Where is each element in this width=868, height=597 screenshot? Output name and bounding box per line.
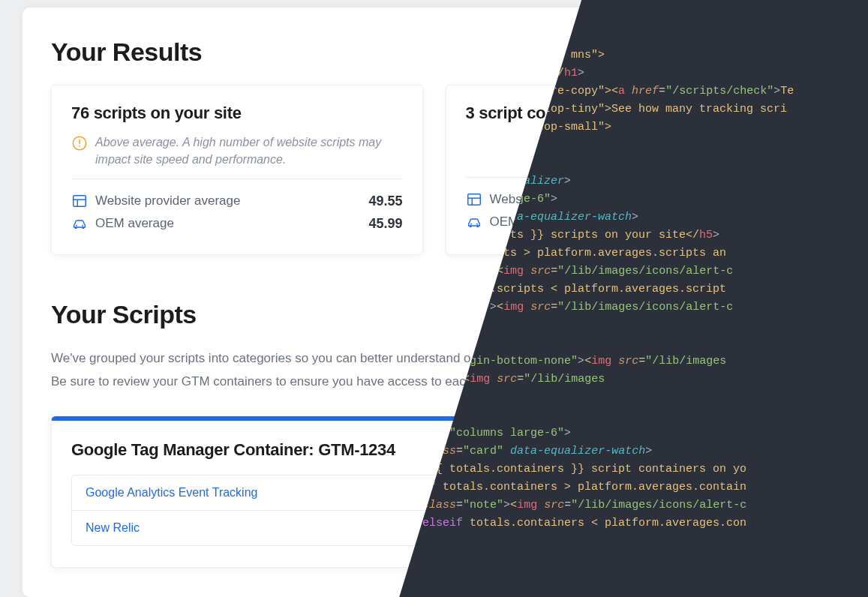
- avg-value: 45.99: [368, 216, 402, 232]
- desc-line-1: We've grouped your scripts into categori…: [51, 351, 471, 365]
- car-icon: [71, 215, 88, 232]
- script-link[interactable]: New Relic: [86, 521, 140, 534]
- svg-rect-8: [467, 194, 480, 206]
- svg-rect-3: [74, 196, 86, 207]
- layout-icon: [71, 193, 88, 209]
- layout-icon: [466, 191, 482, 208]
- svg-point-11: [470, 224, 471, 225]
- avg-value: 49.55: [368, 194, 402, 209]
- svg-rect-1: [79, 140, 80, 144]
- svg-point-12: [476, 224, 478, 225]
- avg-row-oem: OEM average 45.99: [71, 212, 403, 235]
- avg-label: OEM average: [95, 216, 174, 231]
- scripts-warning-text: Above average. A high number of website …: [95, 134, 403, 168]
- divider: [71, 178, 403, 179]
- scripts-count-heading: 76 scripts on your site: [71, 104, 403, 123]
- svg-point-7: [82, 225, 83, 226]
- scripts-count-card: 76 scripts on your site Above average. A…: [51, 85, 423, 255]
- svg-rect-2: [79, 146, 80, 147]
- alert-circle-icon: [71, 135, 88, 152]
- avg-label: Website provider average: [95, 194, 240, 208]
- avg-row-website-provider: Website provider average 49.55: [71, 190, 403, 212]
- scripts-warning-note: Above average. A high number of website …: [71, 134, 403, 168]
- car-icon: [466, 214, 482, 230]
- svg-point-6: [76, 225, 77, 226]
- desc-line-2: Be sure to review your GTM containers to…: [51, 374, 473, 388]
- script-link[interactable]: Google Analytics Event Tracking: [86, 486, 257, 499]
